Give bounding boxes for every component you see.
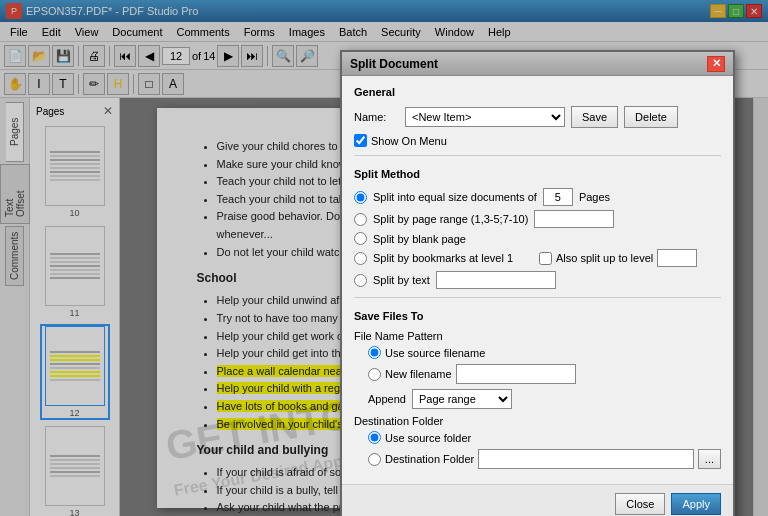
file-name-pattern-label: File Name Pattern	[354, 330, 721, 342]
radio-page-range: Split by page range (1,3-5;7-10)	[354, 210, 721, 228]
dest-folder-input[interactable]	[478, 449, 694, 469]
dest-folder-label: Destination Folder	[385, 453, 474, 465]
use-source-folder-label: Use source folder	[385, 432, 471, 444]
radio-page-range-input[interactable]	[354, 213, 367, 226]
radio-by-text-input[interactable]	[354, 274, 367, 287]
radio-by-text: Split by text	[354, 271, 721, 289]
also-split-checkbox[interactable]	[539, 252, 552, 265]
general-divider	[354, 155, 721, 160]
use-source-filename-radio[interactable]	[368, 346, 381, 359]
append-select[interactable]: Page range	[412, 389, 512, 409]
new-filename-input[interactable]	[456, 364, 576, 384]
radio-blank-page: Split by blank page	[354, 232, 721, 245]
page-range-input[interactable]	[534, 210, 614, 228]
pages-count-input[interactable]	[543, 188, 573, 206]
use-source-folder-row: Use source folder	[368, 431, 721, 444]
dialog-title-text: Split Document	[350, 57, 438, 71]
name-select[interactable]: <New Item>	[405, 107, 565, 127]
split-document-dialog: Split Document ✕ General Name: <New Item…	[340, 50, 735, 516]
show-on-menu-label: Show On Menu	[371, 135, 447, 147]
use-source-filename-row: Use source filename	[368, 346, 721, 359]
radio-bookmarks-input[interactable]	[354, 252, 367, 265]
radio-page-range-label: Split by page range (1,3-5;7-10)	[373, 213, 528, 225]
split-text-input[interactable]	[436, 271, 556, 289]
radio-equal-size-label: Split into equal size documents of	[373, 191, 537, 203]
close-dialog-button[interactable]: Close	[615, 493, 665, 515]
dest-folder-radio[interactable]	[368, 453, 381, 466]
radio-bookmarks: Split by bookmarks at level 1 Also split…	[354, 249, 721, 267]
split-method-header: Split Method	[354, 168, 721, 180]
new-filename-row: New filename	[368, 364, 721, 384]
main-window: P EPSON357.PDF* - PDF Studio Pro ─ □ ✕ F…	[0, 0, 768, 516]
new-filename-radio[interactable]	[368, 368, 381, 381]
radio-equal-size-input[interactable]	[354, 191, 367, 204]
browse-button[interactable]: ...	[698, 449, 721, 469]
save-name-button[interactable]: Save	[571, 106, 618, 128]
dialog-body: General Name: <New Item> Save Delete Sho…	[342, 76, 733, 484]
show-on-menu-checkbox[interactable]	[354, 134, 367, 147]
radio-bookmarks-label: Split by bookmarks at level 1	[373, 252, 513, 264]
split-method-group: Split into equal size documents of Pages…	[354, 188, 721, 289]
new-filename-label: New filename	[385, 368, 452, 380]
level-input[interactable]	[657, 249, 697, 267]
name-label: Name:	[354, 111, 399, 123]
dialog-footer: Close Apply	[342, 484, 733, 516]
append-label: Append	[368, 393, 406, 405]
apply-button[interactable]: Apply	[671, 493, 721, 515]
append-row: Append Page range	[368, 389, 721, 409]
split-method-divider	[354, 297, 721, 302]
radio-by-text-label: Split by text	[373, 274, 430, 286]
dialog-title-bar: Split Document ✕	[342, 52, 733, 76]
dest-folder-row: Destination Folder ...	[368, 449, 721, 469]
show-on-menu-row: Show On Menu	[354, 134, 721, 147]
general-section-header: General	[354, 86, 721, 98]
use-source-folder-radio[interactable]	[368, 431, 381, 444]
save-files-header: Save Files To	[354, 310, 721, 322]
also-split-label: Also split up to level	[556, 252, 653, 264]
radio-blank-page-label: Split by blank page	[373, 233, 466, 245]
radio-equal-size: Split into equal size documents of Pages	[354, 188, 721, 206]
name-row: Name: <New Item> Save Delete	[354, 106, 721, 128]
dialog-close-button[interactable]: ✕	[707, 56, 725, 72]
pages-label: Pages	[579, 191, 610, 203]
also-split-row: Also split up to level	[539, 249, 697, 267]
delete-name-button[interactable]: Delete	[624, 106, 678, 128]
use-source-filename-label: Use source filename	[385, 347, 485, 359]
radio-blank-page-input[interactable]	[354, 232, 367, 245]
destination-folder-label: Destination Folder	[354, 415, 721, 427]
